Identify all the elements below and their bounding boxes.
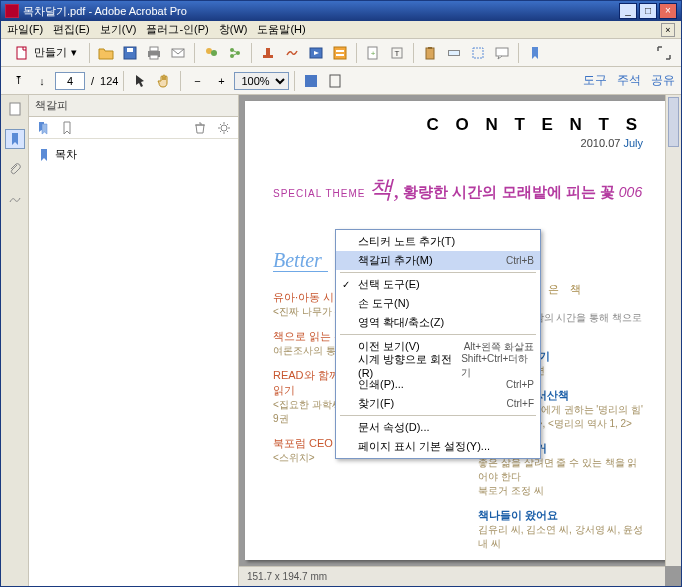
bookmarks-tab[interactable] xyxy=(5,129,25,149)
gear-icon xyxy=(217,121,231,135)
menu-help[interactable]: 도움말(H) xyxy=(257,22,305,37)
context-menu-item[interactable]: 찾기(F)Ctrl+F xyxy=(336,394,540,413)
edit-text-button[interactable]: T xyxy=(386,42,408,64)
document-viewport[interactable]: C O N T E N T S 2010.07 July SPECIAL THE… xyxy=(239,95,681,586)
mail-button[interactable] xyxy=(167,42,189,64)
statusbar: 151.7 x 194.7 mm xyxy=(239,566,665,586)
context-menu: 스티커 노트 추가(T)책갈피 추가(M)Ctrl+B선택 도구(E)손 도구(… xyxy=(335,229,541,459)
svg-rect-4 xyxy=(150,47,158,51)
crop-icon xyxy=(470,45,486,61)
scroll-thumb[interactable] xyxy=(668,97,679,147)
menubar-close-doc[interactable]: × xyxy=(661,23,675,37)
svg-point-32 xyxy=(221,125,227,131)
insert-page-icon[interactable]: + xyxy=(362,42,384,64)
menubar: 파일(F) 편집(E) 보기(V) 플러그-인(P) 창(W) 도움말(H) × xyxy=(1,21,681,39)
attachments-tab[interactable] xyxy=(5,159,25,179)
context-menu-item[interactable]: 스티커 노트 추가(T) xyxy=(336,232,540,251)
first-page-button[interactable]: ⤒ xyxy=(7,70,29,92)
clipboard-button[interactable] xyxy=(419,42,441,64)
svg-rect-31 xyxy=(10,103,20,115)
toc-entry: 책나들이 왔어요 김유리 씨, 김소연 씨, 강서영 씨, 윤성내 씨 xyxy=(478,508,643,551)
menu-window[interactable]: 창(W) xyxy=(219,22,248,37)
svg-rect-0 xyxy=(17,47,26,59)
zoom-out-button[interactable]: − xyxy=(186,70,208,92)
toolbar-navigation: ⤒ ↓ / 124 − + 100% 도구 주석 공유 xyxy=(1,67,681,95)
review-button[interactable] xyxy=(224,42,246,64)
minimize-button[interactable]: _ xyxy=(619,3,637,19)
context-menu-item[interactable]: 선택 도구(E) xyxy=(336,275,540,294)
svg-rect-27 xyxy=(473,48,483,58)
comment-icon xyxy=(494,45,510,61)
multimedia-button[interactable] xyxy=(305,42,327,64)
page-indicator: / 124 xyxy=(55,72,118,90)
maximize-button[interactable]: □ xyxy=(639,3,657,19)
zoom-in-button[interactable]: + xyxy=(210,70,232,92)
comment-button[interactable] xyxy=(491,42,513,64)
context-menu-item[interactable]: 손 도구(N) xyxy=(336,294,540,313)
svg-rect-26 xyxy=(449,51,459,55)
page-input[interactable] xyxy=(55,72,85,90)
crop-button[interactable] xyxy=(467,42,489,64)
trash-icon xyxy=(193,121,207,135)
menu-plugin[interactable]: 플러그-인(P) xyxy=(146,22,208,37)
print-icon xyxy=(146,45,162,61)
save-copy-button[interactable] xyxy=(300,70,322,92)
mail-icon xyxy=(170,45,186,61)
bookmark-blue-icon[interactable] xyxy=(524,42,546,64)
thumbnails-tab[interactable] xyxy=(5,99,25,119)
bookmark-item-root[interactable]: 목차 xyxy=(37,145,230,164)
select-tool-button[interactable] xyxy=(129,70,151,92)
scan-button[interactable] xyxy=(443,42,465,64)
bookmark-item-label: 목차 xyxy=(55,147,77,162)
save-button[interactable] xyxy=(119,42,141,64)
link-comments[interactable]: 주석 xyxy=(617,72,641,89)
disk-icon xyxy=(303,73,319,89)
close-button[interactable]: × xyxy=(659,3,677,19)
menu-view[interactable]: 보기(V) xyxy=(100,22,137,37)
expand-button[interactable] xyxy=(653,42,675,64)
create-button[interactable]: 만들기 ▾ xyxy=(7,42,84,64)
link-tools[interactable]: 도구 xyxy=(583,72,607,89)
hand-tool-button[interactable] xyxy=(153,70,175,92)
form-button[interactable] xyxy=(329,42,351,64)
sign-button[interactable] xyxy=(281,42,303,64)
vertical-scrollbar[interactable] xyxy=(665,95,681,566)
context-menu-item[interactable]: 페이지 표시 기본 설정(Y)... xyxy=(336,437,540,456)
context-menu-item[interactable]: 시계 방향으로 회전(R)Shift+Ctrl+더하기 xyxy=(336,356,540,375)
bookmark-tree: 목차 xyxy=(29,139,238,170)
zoom-select[interactable]: 100% xyxy=(234,72,289,90)
open-button[interactable] xyxy=(95,42,117,64)
stamp-button[interactable] xyxy=(257,42,279,64)
clipboard-icon xyxy=(422,45,438,61)
fit-icon xyxy=(327,73,343,89)
context-menu-item[interactable]: 인쇄(P)...Ctrl+P xyxy=(336,375,540,394)
signatures-tab[interactable] xyxy=(5,189,25,209)
context-menu-item[interactable]: 문서 속성(D)... xyxy=(336,418,540,437)
svg-rect-2 xyxy=(127,48,133,52)
link-share[interactable]: 공유 xyxy=(651,72,675,89)
context-menu-item-shortcut: Ctrl+F xyxy=(507,398,535,409)
page-dimensions: 151.7 x 194.7 mm xyxy=(239,571,335,582)
special-theme-line: SPECIAL THEME 책, 황량한 시간의 모래밭에 피는 꽃 006 xyxy=(273,173,643,205)
window-title: 목차달기.pdf - Adobe Acrobat Pro xyxy=(23,4,187,19)
context-menu-item-label: 스티커 노트 추가(T) xyxy=(358,234,455,249)
context-menu-item-label: 책갈피 추가(M) xyxy=(358,253,433,268)
prev-page-button[interactable]: ↓ xyxy=(31,70,53,92)
main-area: 책갈피 목차 C O N T E N T S xyxy=(1,95,681,586)
svg-rect-16 xyxy=(334,47,346,59)
new-bookmark-from-structure[interactable] xyxy=(59,120,75,136)
pane-title: 책갈피 xyxy=(29,95,238,117)
new-bookmark-button[interactable] xyxy=(35,120,51,136)
context-menu-item[interactable]: 책갈피 추가(M)Ctrl+B xyxy=(336,251,540,270)
print-button[interactable] xyxy=(143,42,165,64)
svg-rect-17 xyxy=(336,50,344,52)
collab-button[interactable] xyxy=(200,42,222,64)
delete-bookmark-button[interactable] xyxy=(192,120,208,136)
pane-options-button[interactable] xyxy=(216,120,232,136)
menu-edit[interactable]: 편집(E) xyxy=(53,22,90,37)
page-total: 124 xyxy=(100,75,118,87)
context-menu-item[interactable]: 영역 확대/축소(Z) xyxy=(336,313,540,332)
fitpage-button[interactable] xyxy=(324,70,346,92)
menu-file[interactable]: 파일(F) xyxy=(7,22,43,37)
context-menu-item-shortcut: Ctrl+P xyxy=(506,379,534,390)
